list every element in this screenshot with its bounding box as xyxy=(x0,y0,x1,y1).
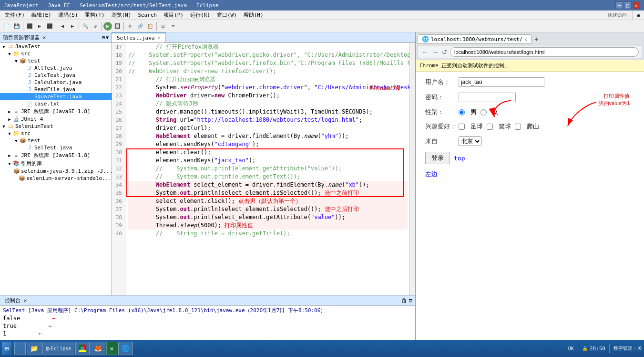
menu-edit[interactable]: 编辑(E) xyxy=(29,11,54,19)
prev-btn[interactable]: ◀ xyxy=(58,21,67,31)
tree-junit[interactable]: ▶ 🔬 JUnit 4 xyxy=(0,116,112,123)
hobby-mountain-cb[interactable] xyxy=(515,124,521,130)
gender-male-radio[interactable] xyxy=(459,109,465,116)
code-lines[interactable]: // 打开Firefox浏览器 // System.setProperty("w… xyxy=(126,43,409,295)
menu-file[interactable]: 文件(F) xyxy=(2,11,28,19)
hobby-football-cb[interactable] xyxy=(459,124,465,130)
taskbar-chrome2[interactable]: 🌐 xyxy=(118,342,133,355)
tree-readfile[interactable]: J ReadFile.java xyxy=(0,86,112,93)
browser-annotation-top: 打印属性值 男的value为1 xyxy=(599,93,630,107)
debug-btn[interactable]: ⬛ xyxy=(25,21,34,31)
console-header-line: SelTest [Java 应用程序] C:\Program Files (x8… xyxy=(3,307,412,315)
tree-test1-label: test xyxy=(28,58,41,64)
save-btn[interactable]: 💾 xyxy=(12,21,21,31)
username-input[interactable] xyxy=(459,77,544,87)
tree-calctest[interactable]: J CalcTest.java xyxy=(0,72,112,79)
console-minimize-btn[interactable]: ⊟ xyxy=(409,297,412,304)
gender-female-radio[interactable] xyxy=(480,109,487,116)
browser-forward-btn[interactable]: → xyxy=(431,49,439,56)
tree-test1[interactable]: ▼ 📦 test xyxy=(0,57,112,64)
hobby-row: 兴趣爱好： 足球 篮球 爬山 xyxy=(425,122,634,131)
stop-btn[interactable]: ⬛ xyxy=(45,21,54,31)
origin-select[interactable]: 北京 上海 广州 xyxy=(459,136,481,146)
sidebar-menu-btn[interactable]: ▼ xyxy=(106,35,109,40)
taskbar-xapp[interactable]: ✕ xyxy=(106,342,117,355)
browser-tab-close-btn[interactable]: ✕ xyxy=(524,37,527,42)
close-btn[interactable]: ✕ xyxy=(633,1,640,9)
tree-src2[interactable]: ▼ 📁 src xyxy=(0,130,112,137)
tree-alltest[interactable]: J AllTest.java xyxy=(0,64,112,72)
new-btn[interactable]: 📄 xyxy=(2,21,11,31)
refresh-btn[interactable]: ↺ xyxy=(91,21,100,31)
perspective-btn[interactable]: ⊞ xyxy=(635,12,642,19)
menu-run[interactable]: 运行(R) xyxy=(187,11,213,19)
hobby-basketball-cb[interactable] xyxy=(487,124,493,130)
menu-source[interactable]: 源码(S) xyxy=(55,11,81,19)
menu-window[interactable]: 窗口(W) xyxy=(214,11,240,19)
taskbar-ie[interactable]: e xyxy=(14,342,26,355)
taskbar-firefox[interactable]: 🦊 xyxy=(91,342,105,355)
firefox-icon: 🦊 xyxy=(94,345,102,352)
menu-refactor[interactable]: 重构(T) xyxy=(82,11,108,19)
sidebar-editor-area: 项目资源管理器 ✕ ⊟ ▼ ▼ 🗂 JavaTest xyxy=(0,32,415,295)
system-tray-text: 🔒 xyxy=(582,346,588,351)
toolbar-view1[interactable]: ⊞ xyxy=(158,21,168,31)
tree-seltest[interactable]: J SelTest.java xyxy=(0,144,112,151)
code-line-23: WebDriver driver=new ChromeDriver(); xyxy=(128,92,408,100)
minimize-btn[interactable]: ─ xyxy=(615,1,623,9)
tree-selenium-java[interactable]: 📦 selenium-java-3.9.1.zip -J... xyxy=(0,168,112,175)
tree-readfile-label: ReadFile.java xyxy=(34,86,75,93)
console-tab[interactable]: 控制台 ✕ xyxy=(0,296,31,305)
maximize-btn[interactable]: □ xyxy=(624,1,632,9)
browser-back-btn[interactable]: ← xyxy=(421,49,429,56)
editor-tab-seltest[interactable]: SelTest.java ✕ xyxy=(112,32,166,42)
run-ext-btn[interactable]: ▶ xyxy=(103,22,112,31)
toolbar-extra3[interactable]: 📋 xyxy=(145,21,155,31)
toolbar-extra2[interactable]: 🔗 xyxy=(135,21,145,31)
menu-navigate[interactable]: 浏览(N) xyxy=(109,11,134,19)
login-btn[interactable]: 登录 xyxy=(425,152,450,164)
browser-reload-btn[interactable]: ↺ xyxy=(441,49,448,56)
tree-seleniumtest[interactable]: ▼ 🗂 SeleniumTest xyxy=(0,123,112,130)
tree-calculator[interactable]: J Calculator.java xyxy=(0,79,112,86)
sidebar-collapse-btn[interactable]: ⊟ xyxy=(102,35,105,40)
open-perspective-btn[interactable]: 🔲 xyxy=(112,21,122,31)
taskbar-eclipse[interactable]: ⚙ Eclipse xyxy=(42,342,75,355)
vertical-scrollbar[interactable] xyxy=(409,43,415,295)
console-tab-bar: 控制台 ✕ 🗑 ⊟ xyxy=(0,295,415,306)
left-link[interactable]: 左边 xyxy=(425,170,438,178)
sidebar-tree: ▼ 🗂 JavaTest ▼ 📁 src ▼ 📦 test xyxy=(0,43,112,295)
tree-jre2[interactable]: ▶ ☕ JRE 系统库 [JavaSE-1.8] xyxy=(0,151,112,159)
toolbar-extra1[interactable]: ⚙ xyxy=(125,21,135,31)
menu-project[interactable]: 项目(P) xyxy=(161,11,186,19)
run-btn[interactable]: ▶ xyxy=(35,21,44,31)
tree-test2[interactable]: ▼ 📦 test xyxy=(0,137,112,144)
tree-selenium-server[interactable]: 📦 selenium-server-standalо... xyxy=(0,175,112,182)
console-clear-btn[interactable]: 🗑 xyxy=(401,297,407,304)
tree-src1[interactable]: ▼ 📁 src xyxy=(0,50,112,57)
browser-chrome: 🌐 localhost:1080/webtours/test/ ✕ + ← → … xyxy=(416,32,644,60)
editor-tab-bar: SelTest.java ✕ xyxy=(112,32,415,43)
next-btn[interactable]: ▶ xyxy=(68,21,77,31)
start-btn[interactable]: ⊞ xyxy=(2,344,11,353)
toolbar-view2[interactable]: ≡ xyxy=(168,21,178,31)
top-link[interactable]: top xyxy=(454,155,465,162)
taskbar-chrome1[interactable] xyxy=(75,342,90,355)
tree-reflibs[interactable]: ▼ 📚 引用的库 xyxy=(0,159,112,168)
code-line-38: System.out.print(select_element.getAttri… xyxy=(128,213,408,221)
tree-jre1[interactable]: ▶ ☕ JRE 系统库 [JavaSE-1.8] xyxy=(0,107,112,116)
code-line-25: driver.manage().timeouts().implicitlyWai… xyxy=(128,108,408,116)
browser-address-bar[interactable] xyxy=(450,47,639,57)
editor-tab-close[interactable]: ✕ xyxy=(157,35,160,41)
tree-javatest[interactable]: ▼ 🗂 JavaTest xyxy=(0,43,112,50)
taskbar-files[interactable]: 📁 xyxy=(27,342,41,355)
xapp-icon: ✕ xyxy=(110,345,113,352)
browser-active-tab[interactable]: 🌐 localhost:1080/webtours/test/ ✕ xyxy=(418,34,532,44)
browser-new-tab-btn[interactable]: + xyxy=(532,35,540,43)
search-btn[interactable]: 🔍 xyxy=(81,21,90,31)
menu-help[interactable]: 帮助(H) xyxy=(241,11,266,19)
tree-casetxt[interactable]: 📄 case.txt xyxy=(0,100,112,107)
tree-squaretest[interactable]: J SquareTest.java xyxy=(0,93,112,100)
chrome-icon xyxy=(79,345,86,352)
menu-search[interactable]: Search xyxy=(135,11,160,19)
